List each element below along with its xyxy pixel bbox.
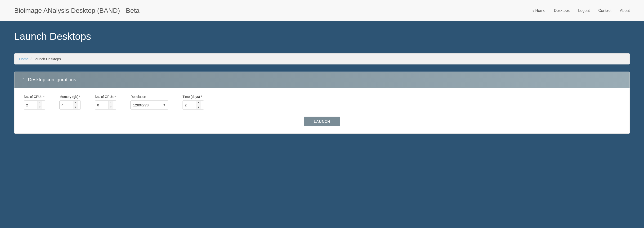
time-input[interactable] xyxy=(183,101,196,109)
gpus-decrement-button[interactable]: ▼ xyxy=(108,105,114,110)
nav-contact-label: Contact xyxy=(598,9,611,13)
resolution-field-group: Resolution 1280x778 ▼ xyxy=(130,95,168,110)
nav-desktops-label: Desktops xyxy=(554,9,570,13)
cpus-decrement-button[interactable]: ▼ xyxy=(38,105,42,110)
nav-logout-label: Logout xyxy=(578,9,590,13)
nav-contact[interactable]: Contact xyxy=(598,9,611,13)
nav-logout[interactable]: Logout xyxy=(578,9,590,13)
resolution-value: 1280x778 xyxy=(133,103,149,107)
config-card: ⌃ Desktop configurations No. of CPUs * ▲… xyxy=(14,72,630,134)
chevron-down-icon: ▼ xyxy=(163,103,166,107)
time-increment-button[interactable]: ▲ xyxy=(196,101,201,105)
main-content: Launch Desktops Home / Launch Desktops ⌃… xyxy=(0,21,644,228)
cpus-label: No. of CPUs * xyxy=(24,95,45,99)
resolution-select[interactable]: 1280x778 ▼ xyxy=(130,101,168,110)
time-spinner: ▲ ▼ xyxy=(182,101,204,110)
breadcrumb-current: Launch Desktops xyxy=(34,57,61,61)
gpus-field-group: No. of GPUs * ▲ ▼ xyxy=(95,95,116,110)
gpus-spinner-buttons: ▲ ▼ xyxy=(108,101,114,109)
page-title: Launch Desktops xyxy=(14,31,630,42)
nav-home[interactable]: ⌂ Home xyxy=(532,9,545,13)
time-field-group: Time (days) * ▲ ▼ xyxy=(182,95,204,110)
gpus-label: No. of GPUs * xyxy=(95,95,116,99)
nav-home-label: Home xyxy=(535,9,546,13)
memory-spinner-buttons: ▲ ▼ xyxy=(73,101,78,109)
chevron-up-icon: ⌃ xyxy=(22,78,24,82)
gpus-spinner: ▲ ▼ xyxy=(95,101,116,110)
resolution-label: Resolution xyxy=(130,95,168,99)
memory-field-group: Memory (gb) * ▲ ▼ xyxy=(60,95,81,110)
breadcrumb-home-link[interactable]: Home xyxy=(19,57,29,61)
site-title: Bioimage ANalysis Desktop (BAND) - Beta xyxy=(14,7,140,15)
page-title-section: Launch Desktops xyxy=(14,31,630,46)
nav-desktops[interactable]: Desktops xyxy=(554,9,570,13)
cpus-field-group: No. of CPUs * ▲ ▼ xyxy=(24,95,45,110)
cpus-increment-button[interactable]: ▲ xyxy=(38,101,42,105)
cpus-spinner-buttons: ▲ ▼ xyxy=(37,101,42,109)
fields-row: No. of CPUs * ▲ ▼ Memory (gb) * xyxy=(24,95,620,110)
memory-label: Memory (gb) * xyxy=(60,95,81,99)
time-label: Time (days) * xyxy=(182,95,204,99)
memory-spinner: ▲ ▼ xyxy=(60,101,81,110)
breadcrumb-separator: / xyxy=(30,57,32,61)
config-body: No. of CPUs * ▲ ▼ Memory (gb) * xyxy=(14,88,630,133)
gpus-increment-button[interactable]: ▲ xyxy=(108,101,114,105)
memory-increment-button[interactable]: ▲ xyxy=(73,101,78,105)
nav-about-label: About xyxy=(620,9,630,13)
launch-button-row: LAUNCH xyxy=(24,117,620,126)
main-nav: ⌂ Home Desktops Logout Contact About xyxy=(532,9,630,13)
time-decrement-button[interactable]: ▼ xyxy=(196,105,201,110)
site-header: Bioimage ANalysis Desktop (BAND) - Beta … xyxy=(0,0,644,21)
title-divider xyxy=(14,46,630,46)
cpus-spinner: ▲ ▼ xyxy=(24,101,45,110)
breadcrumb: Home / Launch Desktops xyxy=(14,53,630,65)
time-spinner-buttons: ▲ ▼ xyxy=(196,101,201,109)
gpus-input[interactable] xyxy=(95,101,108,109)
config-header-title: Desktop configurations xyxy=(28,77,76,83)
config-header[interactable]: ⌃ Desktop configurations xyxy=(14,72,630,88)
launch-button[interactable]: LAUNCH xyxy=(304,117,340,126)
cpus-input[interactable] xyxy=(24,101,37,109)
memory-decrement-button[interactable]: ▼ xyxy=(73,105,78,110)
nav-about[interactable]: About xyxy=(620,9,630,13)
home-icon: ⌂ xyxy=(532,9,534,13)
memory-input[interactable] xyxy=(60,101,73,109)
